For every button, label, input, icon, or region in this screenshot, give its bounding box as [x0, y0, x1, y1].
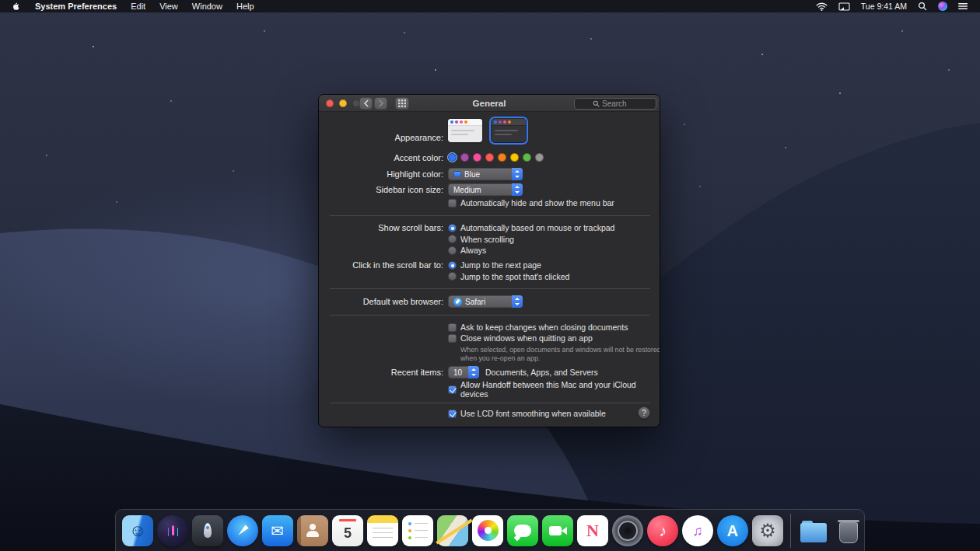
radio-scrollbars-when-scrolling[interactable]: When scrolling — [448, 235, 514, 244]
dock-system-preferences-icon[interactable]: ⚙ — [752, 515, 783, 546]
appearance-light-preview — [448, 119, 482, 126]
dock-reminders-icon[interactable] — [402, 515, 433, 546]
dock-app-store-icon[interactable]: A — [717, 515, 748, 546]
dock-mail-icon[interactable]: ✉ — [262, 515, 293, 546]
row-lcd-smoothing: Use LCD font smoothing when available — [319, 409, 660, 418]
notification-center-icon[interactable] — [954, 0, 972, 12]
checkbox-label: Automatically hide and show the menu bar — [460, 198, 614, 207]
menu-bar-clock[interactable]: Tue 9:41 AM — [856, 2, 912, 11]
search-input[interactable] — [602, 99, 638, 108]
divider — [330, 288, 650, 289]
accent-color-yellow[interactable] — [510, 153, 519, 162]
safari-mini-icon — [453, 298, 462, 306]
dock-itunes-icon[interactable]: ♫ — [682, 515, 713, 546]
menu-bar-left: System Preferences Edit View Window Help — [0, 0, 261, 12]
spotlight-icon[interactable] — [913, 0, 932, 12]
row-recent-items: Recent items: 10 Documents, Apps, and Se… — [319, 366, 660, 378]
accent-color-green[interactable] — [523, 153, 531, 162]
minimize-button[interactable] — [339, 99, 347, 107]
dock-facetime-icon[interactable] — [542, 515, 573, 546]
dock-launchpad-icon[interactable] — [192, 515, 223, 546]
row-highlight-color: Highlight color: Blue — [319, 168, 660, 180]
appearance-option-dark-selected[interactable] — [492, 119, 526, 142]
radio-jump-to-spot[interactable]: Jump to the spot that's clicked — [448, 272, 569, 281]
apple-menu-icon[interactable] — [0, 0, 28, 12]
help-button[interactable]: ? — [638, 406, 650, 419]
row-ask-keep-changes: Ask to keep changes when closing documen… — [319, 323, 660, 332]
sidebar-icon-size-popup[interactable]: Medium — [448, 183, 523, 196]
recent-items-suffix: Documents, Apps, and Servers — [485, 368, 598, 377]
click-scroll-bar-label: Click in the scroll bar to: — [319, 260, 443, 270]
forward-button[interactable] — [374, 97, 387, 110]
radio-scrollbars-always[interactable]: Always — [448, 246, 486, 255]
checkbox-hide-menu-bar[interactable]: Automatically hide and show the menu bar — [448, 198, 614, 207]
window-title: General — [420, 95, 558, 112]
dock-calendar-icon[interactable]: 5 — [332, 515, 363, 546]
dock-messages-icon[interactable] — [507, 515, 538, 546]
accent-color-blue[interactable] — [448, 153, 457, 162]
highlight-color-popup[interactable]: Blue — [448, 168, 523, 180]
radio-jump-next-page[interactable]: Jump to the next page — [448, 260, 541, 270]
sidebar-icon-size-label: Sidebar icon size: — [319, 183, 443, 196]
checkbox-lcd-smoothing[interactable]: Use LCD font smoothing when available — [448, 409, 606, 418]
dock-safari-icon[interactable] — [227, 515, 258, 546]
dock-trash-icon[interactable] — [833, 515, 864, 546]
radio-scrollbars-automatic[interactable]: Automatically based on mouse or trackpad — [448, 223, 614, 232]
menu-system-preferences[interactable]: System Preferences — [28, 0, 124, 12]
dock-photos-icon[interactable] — [472, 515, 503, 546]
popup-chevrons-icon — [512, 295, 523, 308]
window-titlebar[interactable]: General — [319, 95, 660, 112]
checkbox-box-checked — [448, 385, 457, 394]
dock-siri-icon[interactable] — [157, 515, 188, 546]
back-button[interactable] — [359, 97, 373, 110]
checkbox-box — [448, 199, 457, 207]
checkbox-close-windows[interactable]: Close windows when quitting an app — [448, 333, 593, 343]
search-icon — [593, 100, 600, 107]
wifi-icon[interactable] — [811, 0, 832, 12]
accent-color-red[interactable] — [485, 153, 494, 162]
row-sidebar-icon-size: Sidebar icon size: Medium — [319, 183, 660, 196]
show-all-button[interactable] — [395, 97, 409, 110]
checkbox-box — [448, 334, 457, 343]
row-hide-menu-bar: Automatically hide and show the menu bar — [319, 198, 660, 207]
checkbox-ask-keep-changes[interactable]: Ask to keep changes when closing documen… — [448, 323, 628, 332]
checkbox-handoff[interactable]: Allow Handoff between this Mac and your … — [448, 385, 660, 394]
screen-mirroring-icon[interactable] — [834, 0, 855, 12]
dock-contacts-icon[interactable] — [297, 515, 328, 546]
menu-view[interactable]: View — [152, 0, 185, 12]
dock-finder-icon[interactable]: ☺ — [122, 515, 153, 546]
appearance-option-light[interactable] — [448, 119, 482, 142]
accent-color-pink[interactable] — [473, 153, 481, 162]
menu-window[interactable]: Window — [185, 0, 229, 12]
menu-help[interactable]: Help — [229, 0, 261, 12]
accent-color-orange[interactable] — [498, 153, 506, 162]
default-web-browser-label: Default web browser: — [319, 295, 443, 308]
dock-music-icon[interactable]: ♪ — [647, 515, 678, 546]
siri-icon[interactable] — [933, 0, 952, 12]
accent-color-label: Accent color: — [319, 153, 443, 162]
accent-color-graphite[interactable] — [535, 153, 544, 162]
dock-photo-booth-icon[interactable] — [612, 515, 643, 546]
highlight-blue-swatch — [453, 171, 461, 177]
default-web-browser-popup[interactable]: Safari — [448, 295, 523, 308]
close-button[interactable] — [326, 99, 334, 107]
menu-bar-status: Tue 9:41 AM — [811, 0, 980, 12]
recent-items-popup[interactable]: 10 — [448, 366, 479, 378]
search-field[interactable] — [574, 98, 656, 110]
divider — [330, 403, 650, 403]
dock-downloads-folder-icon[interactable] — [798, 515, 829, 546]
checkbox-label: Ask to keep changes when closing documen… — [460, 323, 628, 332]
sidebar-icon-size-value: Medium — [453, 186, 481, 194]
menu-edit[interactable]: Edit — [124, 0, 152, 12]
menu-bar: System Preferences Edit View Window Help — [0, 0, 980, 12]
row-close-windows: Close windows when quitting an app — [319, 333, 660, 343]
dock-notes-icon[interactable] — [367, 515, 398, 546]
dock: ☺ ✉ — [115, 509, 865, 551]
popup-chevrons-icon — [468, 366, 479, 378]
accent-color-purple[interactable] — [460, 153, 469, 162]
recent-items-label: Recent items: — [319, 366, 443, 378]
checkbox-label: Use LCD font smoothing when available — [460, 409, 606, 418]
dock-news-icon[interactable]: N — [577, 515, 608, 546]
dock-maps-icon[interactable] — [437, 515, 468, 546]
window-controls — [326, 99, 360, 107]
